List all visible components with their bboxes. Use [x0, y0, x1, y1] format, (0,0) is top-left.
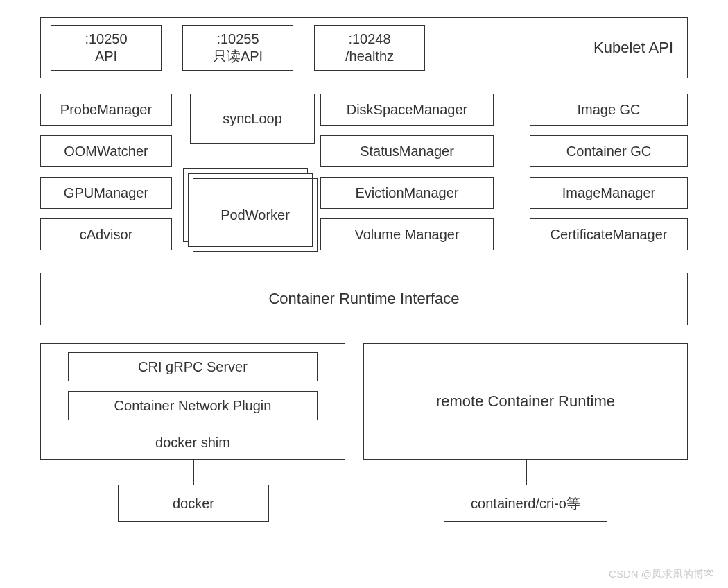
- docker-shim-label: docker shim: [155, 435, 230, 453]
- image-manager-box: ImageManager: [530, 177, 688, 209]
- port-10255-box: :10255 只读API: [182, 25, 293, 71]
- kubelet-api-title: Kubelet API: [593, 39, 677, 57]
- connector-remote-containerd: [526, 460, 527, 485]
- port-10248-box: :10248 /healthz: [314, 25, 425, 71]
- diskspace-manager-box: DiskSpaceManager: [320, 94, 494, 126]
- port-10248-label: /healthz: [345, 48, 394, 65]
- cri-grpc-server-box: CRI gRPC Server: [68, 352, 318, 381]
- syncloop-box: syncLoop: [190, 94, 315, 144]
- container-gc-box: Container GC: [530, 135, 688, 167]
- eviction-manager-box: EvictionManager: [320, 177, 494, 209]
- port-10255-label: 只读API: [213, 48, 263, 65]
- certificate-manager-box: CertificateManager: [530, 218, 688, 250]
- port-10250-box: :10250 API: [51, 25, 162, 71]
- kubelet-api-header: :10250 API :10255 只读API :10248 /healthz …: [40, 17, 688, 78]
- volume-manager-box: Volume Manager: [320, 218, 494, 250]
- gpu-manager-box: GPUManager: [40, 177, 172, 209]
- docker-shim-box: CRI gRPC Server Container Network Plugin…: [40, 343, 345, 460]
- port-10250-label: API: [95, 48, 117, 65]
- docker-box: docker: [118, 485, 269, 522]
- port-10250: :10250: [85, 31, 127, 48]
- connector-shim-docker: [193, 460, 194, 485]
- status-manager-box: StatusManager: [320, 135, 494, 167]
- container-network-plugin-box: Container Network Plugin: [68, 391, 318, 420]
- podworker-box: PodWorker: [193, 178, 318, 252]
- cadvisor-box: cAdvisor: [40, 218, 172, 250]
- port-10255: :10255: [216, 31, 259, 48]
- image-gc-box: Image GC: [530, 94, 688, 126]
- watermark-text: CSDN @凤求凰的博客: [609, 568, 714, 581]
- oom-watcher-box: OOMWatcher: [40, 135, 172, 167]
- port-10248: :10248: [348, 31, 390, 48]
- probe-manager-box: ProbeManager: [40, 94, 172, 126]
- components-grid: ProbeManager OOMWatcher GPUManager cAdvi…: [40, 94, 688, 253]
- cri-box: Container Runtime Interface: [40, 273, 688, 325]
- containerd-box: containerd/cri-o等: [444, 485, 607, 522]
- remote-runtime-box: remote Container Runtime: [363, 343, 688, 460]
- runtime-row: CRI gRPC Server Container Network Plugin…: [40, 343, 688, 460]
